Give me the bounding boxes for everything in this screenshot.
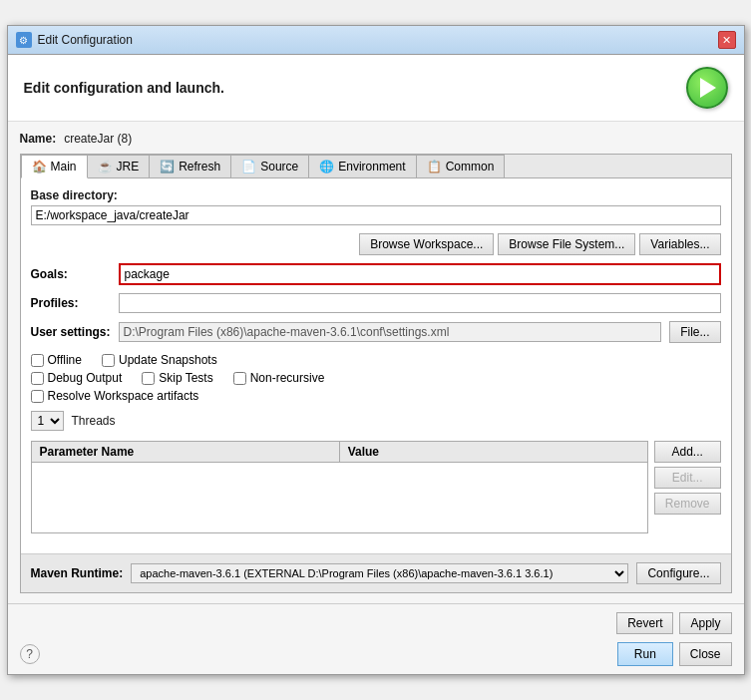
dialog-icon: ⚙ bbox=[16, 32, 32, 48]
table-action-buttons: Add... Edit... Remove bbox=[654, 441, 721, 543]
title-bar-text: Edit Configuration bbox=[38, 33, 133, 47]
common-tab-icon: 📋 bbox=[427, 160, 442, 174]
tab-main[interactable]: 🏠 Main bbox=[21, 155, 88, 178]
offline-label: Offline bbox=[48, 353, 82, 367]
table-body bbox=[32, 463, 647, 532]
help-button[interactable]: ? bbox=[20, 644, 40, 664]
parameter-table-section: Parameter Name Value Add... Edit... Remo… bbox=[31, 441, 721, 543]
tabs-row: 🏠 Main ☕ JRE 🔄 Refresh 📄 Source 🌐 bbox=[21, 155, 731, 178]
add-button[interactable]: Add... bbox=[654, 441, 721, 463]
remove-button[interactable]: Remove bbox=[654, 493, 721, 515]
maven-runtime-row: Maven Runtime: apache-maven-3.6.1 (EXTER… bbox=[21, 553, 731, 592]
edit-configuration-dialog: ⚙ Edit Configuration ✕ Edit configuratio… bbox=[7, 25, 745, 675]
goals-label: Goals: bbox=[31, 267, 111, 281]
dialog-body: Name: createJar (8) 🏠 Main ☕ JRE 🔄 Refre… bbox=[8, 122, 744, 603]
checkbox-row-2: Debug Output Skip Tests Non-recursive bbox=[31, 371, 721, 385]
column-header-value: Value bbox=[340, 442, 647, 462]
base-directory-label: Base directory: bbox=[31, 188, 721, 202]
environment-tab-icon: 🌐 bbox=[319, 160, 334, 174]
close-button[interactable]: ✕ bbox=[718, 31, 736, 49]
name-row: Name: createJar (8) bbox=[20, 132, 732, 146]
skip-tests-label: Skip Tests bbox=[159, 371, 212, 385]
checkboxes-section: Offline Update Snapshots Debug Output bbox=[31, 353, 721, 403]
browse-file-system-button[interactable]: Browse File System... bbox=[498, 233, 635, 255]
footer-bottom: ? Run Close bbox=[20, 642, 732, 666]
offline-checkbox[interactable] bbox=[31, 354, 44, 367]
name-label: Name: bbox=[20, 132, 57, 146]
configure-button[interactable]: Configure... bbox=[636, 562, 720, 584]
update-snapshots-label: Update Snapshots bbox=[119, 353, 217, 367]
resolve-workspace-checkbox[interactable] bbox=[31, 390, 44, 403]
debug-output-label: Debug Output bbox=[48, 371, 123, 385]
tab-jre-label: JRE bbox=[117, 160, 140, 174]
browse-workspace-button[interactable]: Browse Workspace... bbox=[359, 233, 494, 255]
tab-jre[interactable]: ☕ JRE bbox=[87, 155, 151, 177]
tab-common[interactable]: 📋 Common bbox=[416, 155, 506, 177]
resolve-workspace-checkbox-item: Resolve Workspace artifacts bbox=[31, 389, 199, 403]
jre-tab-icon: ☕ bbox=[98, 160, 113, 174]
source-tab-icon: 📄 bbox=[241, 160, 256, 174]
tab-refresh-label: Refresh bbox=[179, 160, 220, 174]
browse-buttons-row: Browse Workspace... Browse File System..… bbox=[31, 233, 721, 255]
tab-main-label: Main bbox=[51, 160, 77, 174]
close-button[interactable]: Close bbox=[679, 642, 732, 666]
name-value: createJar (8) bbox=[64, 132, 132, 146]
dialog-header-title: Edit configuration and launch. bbox=[24, 80, 224, 96]
update-snapshots-checkbox-item: Update Snapshots bbox=[102, 353, 217, 367]
play-icon bbox=[700, 78, 716, 98]
dialog-header: Edit configuration and launch. bbox=[8, 55, 744, 122]
resolve-workspace-label: Resolve Workspace artifacts bbox=[48, 389, 199, 403]
parameter-table-container: Parameter Name Value bbox=[31, 441, 648, 543]
refresh-tab-icon: 🔄 bbox=[160, 160, 175, 174]
footer-right-buttons: Run Close bbox=[617, 642, 732, 666]
tab-content-main: Base directory: Browse Workspace... Brow… bbox=[21, 178, 731, 592]
run-icon-button[interactable] bbox=[686, 67, 728, 109]
threads-label: Threads bbox=[72, 414, 116, 428]
checkbox-row-3: Resolve Workspace artifacts bbox=[31, 389, 721, 403]
profiles-input[interactable] bbox=[119, 293, 721, 313]
tab-source-label: Source bbox=[260, 160, 298, 174]
tab-environment[interactable]: 🌐 Environment bbox=[308, 155, 416, 177]
column-header-name: Parameter Name bbox=[32, 442, 340, 462]
tab-environment-label: Environment bbox=[338, 160, 405, 174]
goals-input[interactable] bbox=[119, 263, 721, 285]
offline-checkbox-item: Offline bbox=[31, 353, 82, 367]
goals-row: Goals: bbox=[31, 263, 721, 285]
base-directory-section: Base directory: bbox=[31, 188, 721, 225]
footer-top: Revert Apply bbox=[20, 612, 732, 634]
run-button[interactable]: Run bbox=[617, 642, 673, 666]
edit-button[interactable]: Edit... bbox=[654, 467, 721, 489]
user-settings-label: User settings: bbox=[31, 325, 111, 339]
variables-button[interactable]: Variables... bbox=[639, 233, 720, 255]
tab-source[interactable]: 📄 Source bbox=[230, 155, 309, 177]
parameter-table: Parameter Name Value bbox=[31, 441, 648, 533]
non-recursive-label: Non-recursive bbox=[250, 371, 325, 385]
file-button[interactable]: File... bbox=[669, 321, 720, 343]
skip-tests-checkbox[interactable] bbox=[142, 372, 155, 385]
user-settings-input[interactable] bbox=[119, 322, 662, 342]
revert-button[interactable]: Revert bbox=[616, 612, 673, 634]
tabs-panel: 🏠 Main ☕ JRE 🔄 Refresh 📄 Source 🌐 bbox=[20, 154, 732, 593]
threads-select[interactable]: 1 2 4 bbox=[31, 411, 64, 431]
tab-refresh[interactable]: 🔄 Refresh bbox=[149, 155, 231, 177]
debug-output-checkbox[interactable] bbox=[31, 372, 44, 385]
maven-runtime-label: Maven Runtime: bbox=[31, 566, 124, 580]
maven-runtime-select[interactable]: apache-maven-3.6.1 (EXTERNAL D:\Program … bbox=[131, 563, 628, 583]
checkbox-row-1: Offline Update Snapshots bbox=[31, 353, 721, 367]
base-directory-input[interactable] bbox=[31, 205, 721, 225]
threads-row: 1 2 4 Threads bbox=[31, 411, 721, 431]
update-snapshots-checkbox[interactable] bbox=[102, 354, 115, 367]
tab-common-label: Common bbox=[446, 160, 495, 174]
debug-output-checkbox-item: Debug Output bbox=[31, 371, 123, 385]
table-header: Parameter Name Value bbox=[32, 442, 647, 463]
profiles-row: Profiles: bbox=[31, 293, 721, 313]
non-recursive-checkbox-item: Non-recursive bbox=[233, 371, 325, 385]
main-tab-icon: 🏠 bbox=[32, 160, 47, 174]
profiles-label: Profiles: bbox=[31, 296, 111, 310]
user-settings-row: User settings: File... bbox=[31, 321, 721, 343]
non-recursive-checkbox[interactable] bbox=[233, 372, 246, 385]
dialog-footer: Revert Apply ? Run Close bbox=[8, 603, 744, 674]
skip-tests-checkbox-item: Skip Tests bbox=[142, 371, 212, 385]
apply-button[interactable]: Apply bbox=[679, 612, 731, 634]
title-bar: ⚙ Edit Configuration ✕ bbox=[8, 26, 744, 55]
